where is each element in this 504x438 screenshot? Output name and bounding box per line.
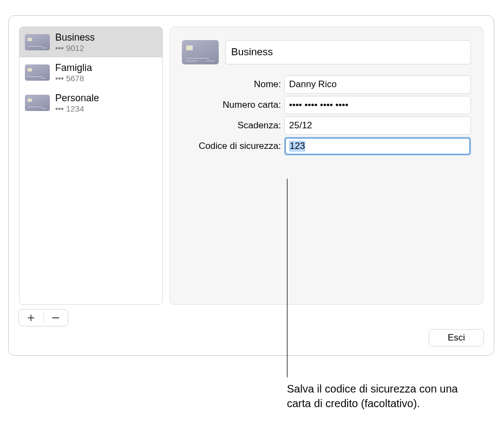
card-list-item-personale[interactable]: Personale ••• 1234: [19, 88, 162, 118]
card-item-masked-number: ••• 5678: [55, 74, 92, 83]
card-list-item-famiglia[interactable]: Famiglia ••• 5678: [19, 57, 162, 88]
expiry-label: Scadenza:: [182, 120, 284, 131]
security-code-label: Codice di sicurezza:: [182, 141, 284, 152]
callout-line: [287, 179, 287, 377]
card-list-item-business[interactable]: Business ••• 9012: [19, 27, 162, 57]
card-item-masked-number: ••• 9012: [55, 43, 95, 53]
credit-cards-window: Business ••• 9012 Famiglia ••• 5678: [8, 15, 494, 356]
expiry-field[interactable]: 25/12: [284, 116, 471, 135]
card-title-field[interactable]: Business: [225, 40, 471, 64]
minus-icon: −: [51, 311, 60, 325]
card-number-label: Numero carta:: [182, 100, 284, 110]
exit-button[interactable]: Esci: [429, 329, 484, 347]
card-item-title: Famiglia: [55, 62, 92, 74]
card-item-masked-number: ••• 1234: [55, 104, 99, 113]
add-card-button[interactable]: +: [19, 310, 43, 326]
card-item-title: Business: [55, 32, 95, 43]
card-list: Business ••• 9012 Famiglia ••• 5678: [19, 27, 163, 305]
credit-card-icon: [25, 34, 50, 50]
credit-card-icon: [25, 95, 50, 111]
add-remove-control: + −: [18, 309, 68, 326]
name-label: Nome:: [182, 79, 284, 90]
card-detail-pane: Business Nome: Danny Rico Numero carta: …: [169, 27, 483, 305]
credit-card-icon: [182, 40, 219, 64]
callout-text: Salva il codice di sicurezza con una car…: [287, 382, 460, 411]
card-item-title: Personale: [55, 93, 99, 104]
name-field[interactable]: Danny Rico: [284, 75, 471, 94]
security-code-field[interactable]: 123: [284, 137, 471, 155]
credit-card-icon: [25, 64, 50, 81]
remove-card-button[interactable]: −: [44, 310, 68, 326]
plus-icon: +: [27, 311, 35, 324]
card-number-field[interactable]: •••• •••• •••• ••••: [284, 96, 471, 114]
